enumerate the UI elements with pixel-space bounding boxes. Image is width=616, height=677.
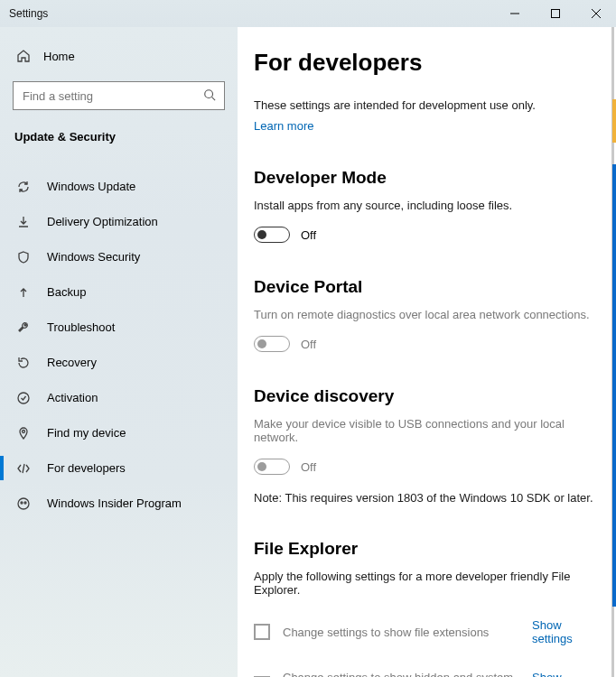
page-title: For developers: [254, 49, 600, 77]
sidebar-item-label: Delivery Optimization: [47, 215, 158, 228]
file-explorer-row: Change settings to show file extensionsS…: [254, 618, 600, 645]
insider-icon: [16, 496, 31, 511]
device-portal-desc: Turn on remote diagnostics over local ar…: [254, 308, 600, 321]
titlebar: Settings: [0, 0, 616, 27]
sidebar-item-activation[interactable]: Activation: [0, 380, 238, 415]
svg-line-5: [212, 97, 216, 101]
show-settings-link[interactable]: Show settings: [532, 618, 600, 645]
home-nav[interactable]: Home: [0, 38, 238, 74]
search-box[interactable]: [13, 81, 225, 110]
svg-point-6: [18, 393, 29, 403]
window-title: Settings: [9, 7, 48, 20]
file-explorer-item-label: Change settings to show file extensions: [283, 626, 519, 639]
wrench-icon: [16, 320, 31, 335]
upload-icon: [16, 285, 31, 300]
location-icon: [16, 426, 31, 441]
svg-rect-1: [551, 10, 559, 18]
sidebar-item-recovery[interactable]: Recovery: [0, 345, 238, 380]
svg-point-4: [205, 90, 213, 98]
device-discovery-state: Off: [301, 460, 316, 474]
sidebar-item-windows-insider[interactable]: Windows Insider Program: [0, 486, 238, 521]
file-explorer-heading: File Explorer: [254, 539, 600, 559]
close-button[interactable]: [575, 0, 616, 27]
device-discovery-desc: Make your device visible to USB connecti…: [254, 417, 600, 444]
sidebar-list: Windows Update Delivery Optimization Win…: [0, 169, 238, 521]
developer-mode-toggle[interactable]: [254, 227, 290, 243]
accent-strip: [612, 164, 616, 607]
sidebar-item-windows-update[interactable]: Windows Update: [0, 169, 238, 204]
intro-text: These settings are intended for developm…: [254, 98, 600, 112]
developer-mode-desc: Install apps from any source, including …: [254, 199, 600, 212]
show-settings-link[interactable]: Show settings: [532, 671, 600, 677]
device-portal-toggle: [254, 336, 290, 352]
download-icon: [16, 215, 31, 229]
sidebar-item-backup[interactable]: Backup: [0, 274, 238, 310]
settings-window: Settings Home: [0, 0, 616, 677]
search-icon: [203, 88, 218, 103]
sidebar-item-label: Windows Update: [47, 180, 135, 193]
sync-icon: [16, 180, 31, 194]
minimize-button[interactable]: [494, 0, 535, 27]
accent-strip: [612, 99, 616, 143]
device-discovery-note: Note: This requires version 1803 of the …: [254, 491, 600, 505]
sidebar-item-troubleshoot[interactable]: Troubleshoot: [0, 310, 238, 345]
sidebar-item-windows-security[interactable]: Windows Security: [0, 239, 238, 274]
main-panel: For developers These settings are intend…: [238, 27, 616, 677]
sidebar-item-label: Windows Insider Program: [47, 496, 182, 510]
sidebar: Home Update & Security Windows Update: [0, 27, 238, 677]
developer-mode-heading: Developer Mode: [254, 168, 600, 188]
developer-mode-state: Off: [301, 228, 316, 242]
sidebar-item-for-developers[interactable]: For developers: [0, 450, 238, 486]
svg-point-10: [24, 502, 26, 504]
sidebar-item-find-my-device[interactable]: Find my device: [0, 415, 238, 450]
file-explorer-list: Change settings to show file extensionsS…: [254, 618, 600, 677]
learn-more-link[interactable]: Learn more: [254, 119, 313, 133]
maximize-button[interactable]: [535, 0, 575, 27]
content-scroll[interactable]: For developers These settings are intend…: [238, 27, 616, 677]
search-input[interactable]: [13, 81, 225, 110]
checkbox[interactable]: [254, 624, 270, 640]
device-portal-state: Off: [301, 338, 316, 351]
svg-point-8: [18, 498, 29, 509]
sidebar-item-label: Windows Security: [47, 250, 140, 264]
sidebar-item-label: Recovery: [47, 356, 97, 369]
device-discovery-heading: Device discovery: [254, 386, 600, 406]
sidebar-item-label: Activation: [47, 391, 98, 404]
svg-point-9: [21, 502, 23, 504]
check-circle-icon: [16, 391, 31, 405]
sidebar-item-label: Backup: [47, 285, 86, 299]
file-explorer-desc: Apply the following settings for a more …: [254, 570, 600, 597]
sidebar-item-label: Find my device: [47, 426, 126, 440]
home-icon: [16, 49, 31, 63]
device-discovery-toggle: [254, 459, 290, 475]
code-icon: [16, 461, 31, 476]
sidebar-item-label: Troubleshoot: [47, 320, 115, 334]
sidebar-item-label: For developers: [47, 461, 126, 475]
shield-icon: [16, 250, 31, 264]
file-explorer-item-label: Change settings to show hidden and syste…: [283, 671, 519, 677]
category-heading: Update & Security: [0, 117, 238, 153]
device-portal-heading: Device Portal: [254, 277, 600, 297]
file-explorer-row: Change settings to show hidden and syste…: [254, 671, 600, 677]
svg-point-7: [23, 430, 25, 432]
recovery-icon: [16, 356, 31, 370]
window-controls: [494, 0, 616, 27]
home-label: Home: [43, 50, 75, 63]
sidebar-item-delivery-optimization[interactable]: Delivery Optimization: [0, 204, 238, 239]
